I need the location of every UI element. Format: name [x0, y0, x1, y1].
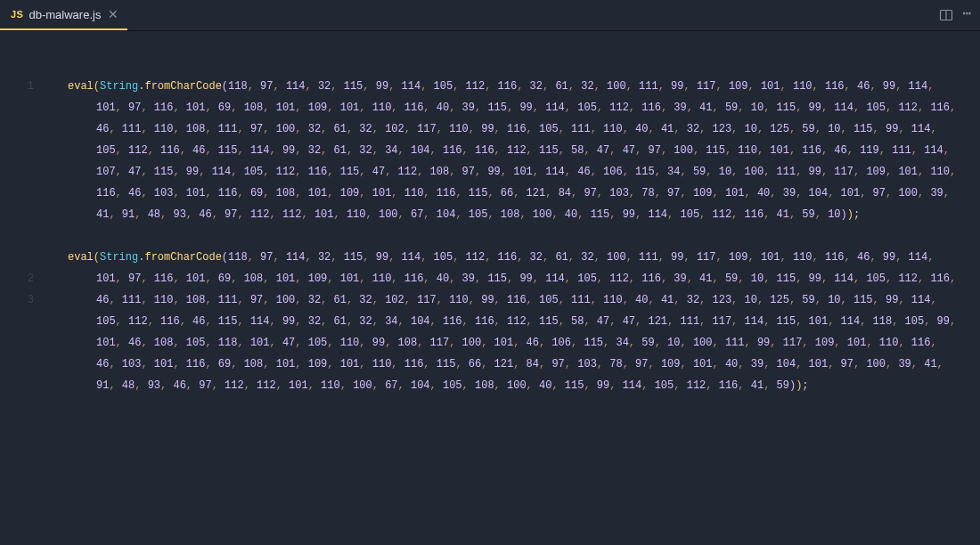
tab-bar: JS db-malware.js ✕ ⋯ — [0, 0, 980, 31]
tab-db-malware[interactable]: JS db-malware.js ✕ — [0, 0, 127, 30]
code-area[interactable]: eval(String.fromCharCode(118, 97, 114, 3… — [50, 31, 980, 545]
line-number: 3 — [0, 289, 34, 311]
js-file-icon: JS — [11, 9, 23, 20]
more-icon[interactable]: ⋯ — [962, 7, 971, 23]
editor[interactable]: 1 2 3 eval(String.fromCharCode(118, 97, … — [0, 31, 980, 545]
split-editor-icon[interactable] — [939, 8, 953, 22]
tabbar-actions: ⋯ — [939, 0, 980, 30]
close-icon[interactable]: ✕ — [108, 8, 118, 20]
line-number: 1 — [0, 76, 34, 97]
line-number: 2 — [0, 268, 34, 289]
gutter: 1 2 3 — [0, 31, 50, 545]
tab-filename: db-malware.js — [29, 8, 101, 21]
